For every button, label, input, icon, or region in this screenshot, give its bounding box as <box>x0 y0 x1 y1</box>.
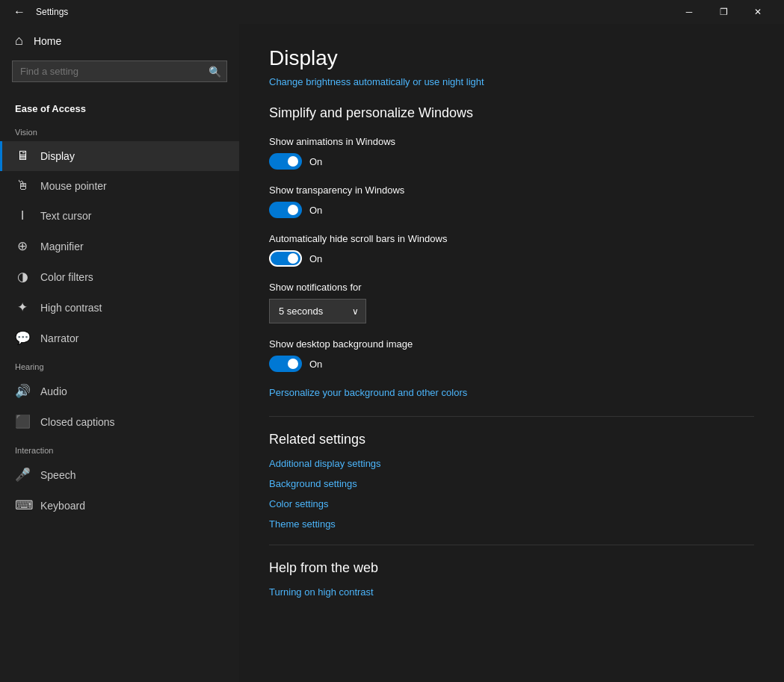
background-toggle-row: On <box>269 356 754 372</box>
speech-icon: 🎤 <box>15 467 30 483</box>
maximize-button[interactable]: ❐ <box>706 0 741 24</box>
notifications-dropdown-container: 5 seconds 7 seconds 15 seconds 30 second… <box>269 299 366 323</box>
search-icon: 🔍 <box>209 66 221 78</box>
animations-setting: Show animations in Windows On <box>269 136 754 170</box>
transparency-toggle[interactable] <box>269 202 302 218</box>
help-title: Help from the web <box>269 560 754 576</box>
minimize-button[interactable]: ─ <box>672 0 706 24</box>
sidebar-item-keyboard[interactable]: ⌨ Keyboard <box>0 490 239 521</box>
color-filters-icon: ◑ <box>15 269 30 285</box>
notifications-setting: Show notifications for 5 seconds 7 secon… <box>269 282 754 323</box>
scrollbars-setting: Automatically hide scroll bars in Window… <box>269 233 754 267</box>
sidebar-item-color-filters[interactable]: ◑ Color filters <box>0 261 239 292</box>
main-layout: ⌂ Home 🔍 Ease of Access Vision 🖥 Display… <box>0 24 784 682</box>
mouse-pointer-icon: 🖱 <box>15 179 30 193</box>
sidebar-text-cursor-label: Text cursor <box>40 210 91 222</box>
high-contrast-icon: ✦ <box>15 300 30 315</box>
divider2 <box>269 545 754 545</box>
sidebar: ⌂ Home 🔍 Ease of Access Vision 🖥 Display… <box>0 24 239 682</box>
sidebar-item-magnifier[interactable]: ⊕ Magnifier <box>0 231 239 261</box>
turning-on-high-contrast-link[interactable]: Turning on high contrast <box>269 586 754 598</box>
notifications-label: Show notifications for <box>269 282 754 293</box>
audio-icon: 🔊 <box>15 383 30 399</box>
titlebar: ← Settings ─ ❐ ✕ <box>0 0 784 24</box>
sidebar-item-high-contrast[interactable]: ✦ High contrast <box>0 292 239 323</box>
additional-display-settings-link[interactable]: Additional display settings <box>269 458 754 469</box>
transparency-toggle-label: On <box>309 205 322 216</box>
transparency-toggle-row: On <box>269 202 754 218</box>
background-settings-link[interactable]: Background settings <box>269 478 754 489</box>
sidebar-narrator-label: Narrator <box>40 332 78 344</box>
scrollbars-label: Automatically hide scroll bars in Window… <box>269 233 754 244</box>
transparency-setting: Show transparency in Windows On <box>269 185 754 218</box>
closed-captions-icon: ⬛ <box>15 414 30 430</box>
sidebar-category: Ease of Access <box>0 91 239 119</box>
sidebar-color-filters-label: Color filters <box>40 271 93 283</box>
scrollbars-toggle-label: On <box>309 253 322 264</box>
animations-toggle-row: On <box>269 153 754 170</box>
sidebar-magnifier-label: Magnifier <box>40 241 84 252</box>
sidebar-audio-label: Audio <box>40 385 67 397</box>
display-icon: 🖥 <box>15 149 30 164</box>
scrollbars-toggle-knob <box>288 253 298 264</box>
color-settings-link[interactable]: Color settings <box>269 498 754 509</box>
transparency-label: Show transparency in Windows <box>269 185 754 196</box>
sidebar-keyboard-label: Keyboard <box>40 500 85 512</box>
background-toggle-knob <box>288 359 298 369</box>
interaction-section-label: Interaction <box>0 437 239 459</box>
vision-section-label: Vision <box>0 119 239 141</box>
scrollbars-toggle[interactable] <box>269 250 302 267</box>
personalize-link[interactable]: Personalize your background and other co… <box>269 387 754 398</box>
close-button[interactable]: ✕ <box>741 0 775 24</box>
sidebar-search-container: 🔍 <box>12 61 227 82</box>
sidebar-mouse-pointer-label: Mouse pointer <box>40 180 107 192</box>
sidebar-display-label: Display <box>40 150 75 162</box>
background-toggle[interactable] <box>269 356 302 372</box>
search-input[interactable] <box>12 61 227 82</box>
animations-toggle-knob <box>288 156 298 167</box>
content-area: Display Change brightness automatically … <box>239 24 784 682</box>
animations-label: Show animations in Windows <box>269 136 754 147</box>
scrollbars-toggle-row: On <box>269 250 754 267</box>
home-icon: ⌂ <box>15 33 23 49</box>
sidebar-closed-captions-label: Closed captions <box>40 416 115 428</box>
page-title: Display <box>269 46 754 70</box>
sidebar-high-contrast-label: High contrast <box>40 302 102 314</box>
narrator-icon: 💬 <box>15 330 30 346</box>
sidebar-item-audio[interactable]: 🔊 Audio <box>0 376 239 406</box>
sidebar-item-speech[interactable]: 🎤 Speech <box>0 459 239 490</box>
sidebar-item-home[interactable]: ⌂ Home <box>0 24 239 58</box>
animations-toggle-label: On <box>309 156 322 167</box>
sidebar-item-narrator[interactable]: 💬 Narrator <box>0 323 239 353</box>
section1-title: Simplify and personalize Windows <box>269 105 754 121</box>
background-label: Show desktop background image <box>269 338 754 350</box>
sidebar-speech-label: Speech <box>40 469 75 481</box>
magnifier-icon: ⊕ <box>15 238 30 254</box>
hearing-section-label: Hearing <box>0 353 239 376</box>
titlebar-title: Settings <box>36 7 68 17</box>
divider <box>269 416 754 417</box>
sidebar-item-text-cursor[interactable]: I Text cursor <box>0 201 239 231</box>
background-toggle-label: On <box>309 359 322 370</box>
titlebar-controls: ─ ❐ ✕ <box>672 0 775 24</box>
theme-settings-link[interactable]: Theme settings <box>269 518 754 530</box>
background-setting: Show desktop background image On <box>269 338 754 372</box>
sidebar-item-mouse-pointer[interactable]: 🖱 Mouse pointer <box>0 171 239 201</box>
sidebar-item-display[interactable]: 🖥 Display <box>0 141 239 171</box>
sidebar-home-label: Home <box>34 35 61 47</box>
notifications-dropdown[interactable]: 5 seconds 7 seconds 15 seconds 30 second… <box>269 299 366 323</box>
related-settings-title: Related settings <box>269 432 754 447</box>
sidebar-item-closed-captions[interactable]: ⬛ Closed captions <box>0 406 239 437</box>
back-button[interactable]: ← <box>9 1 30 22</box>
keyboard-icon: ⌨ <box>15 497 30 513</box>
transparency-toggle-knob <box>288 205 298 215</box>
brightness-link[interactable]: Change brightness automatically or use n… <box>269 76 754 87</box>
animations-toggle[interactable] <box>269 153 302 170</box>
text-cursor-icon: I <box>15 208 30 223</box>
